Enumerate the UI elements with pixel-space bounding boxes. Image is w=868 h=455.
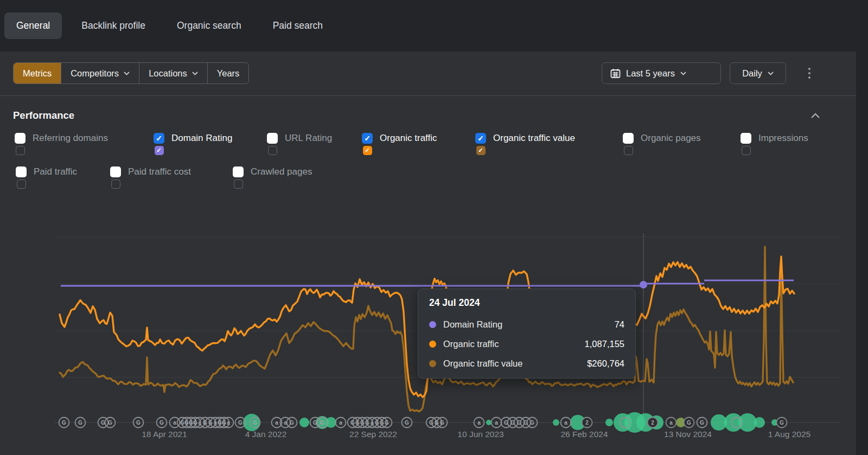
chevron-down-icon <box>124 72 130 75</box>
event-marker-green <box>553 419 559 426</box>
tab-backlink-profile[interactable]: Backlink profile <box>69 12 157 39</box>
x-axis-label: 13 Nov 2024 <box>664 430 712 439</box>
svg-text:a: a <box>227 420 230 426</box>
more-options-button[interactable] <box>804 66 815 81</box>
metric-color-checkbox[interactable] <box>111 180 120 189</box>
event-marker-green <box>486 420 492 425</box>
filter-locations[interactable]: Locations <box>139 63 207 84</box>
metric-domain-rating: ✓Domain Rating✓ <box>154 133 232 155</box>
metric-paid-traffic: Paid traffic <box>16 166 77 189</box>
metric-color-checkbox[interactable] <box>234 180 243 189</box>
metric-color-checkbox[interactable]: ✓ <box>363 146 372 155</box>
metric-label: Organic traffic value <box>493 133 575 144</box>
x-axis-label: 18 Apr 2021 <box>142 430 187 439</box>
metric-crawled-pages: Crawled pages <box>233 166 312 189</box>
tooltip-row: Domain Rating74 <box>429 315 624 334</box>
event-marker-2[interactable]: 2 <box>582 418 592 428</box>
filter-metrics[interactable]: Metrics <box>14 63 61 84</box>
metric-label: Domain Rating <box>171 133 232 144</box>
metric-label: Organic traffic <box>380 133 437 144</box>
metric-organic-traffic-value: ✓Organic traffic value✓ <box>475 133 575 155</box>
series-color-dot <box>429 360 436 367</box>
date-range-label: Last 5 years <box>626 68 675 79</box>
x-axis-label: 4 Jan 2022 <box>245 430 287 439</box>
svg-text:G: G <box>320 420 324 426</box>
metric-checkbox[interactable] <box>233 166 244 177</box>
metric-label: URL Rating <box>285 133 332 144</box>
chart-tooltip: 24 Jul 2024 Domain Rating74Organic traff… <box>418 289 636 379</box>
tooltip-series-label: Domain Rating <box>443 319 615 330</box>
segment-label: Locations <box>149 68 187 79</box>
metric-label: Organic pages <box>641 133 701 144</box>
metric-color-checkbox[interactable] <box>268 146 277 155</box>
event-marker-green <box>754 417 765 428</box>
x-axis-label: 10 Jun 2023 <box>457 430 503 439</box>
metric-color-checkbox[interactable]: ✓ <box>155 146 164 155</box>
metric-color-checkbox[interactable] <box>742 146 751 155</box>
svg-text:G: G <box>290 420 294 426</box>
collapse-section-button[interactable] <box>810 111 820 121</box>
tooltip-row: Organic traffic value$260,764 <box>429 354 624 373</box>
metric-color-checkbox[interactable] <box>16 146 25 155</box>
svg-text:G: G <box>440 420 444 426</box>
metric-color-checkbox[interactable] <box>624 146 633 155</box>
event-marker-a[interactable]: a <box>666 418 676 428</box>
segment-label: Competitors <box>71 68 119 79</box>
granularity-button[interactable]: Daily <box>730 62 786 84</box>
metric-color-checkbox[interactable] <box>17 180 26 189</box>
chevron-down-icon <box>192 72 198 75</box>
svg-text:G: G <box>385 420 389 426</box>
segment-label: Years <box>217 68 240 79</box>
metric-color-checkbox[interactable]: ✓ <box>476 146 486 155</box>
metric-referring-domains: Referring domains <box>15 133 108 155</box>
calendar-icon <box>610 68 621 79</box>
svg-text:a: a <box>339 420 342 426</box>
svg-text:2: 2 <box>585 420 589 426</box>
tooltip-series-value: $260,764 <box>587 358 624 369</box>
metric-checkbox[interactable] <box>623 133 634 144</box>
svg-text:G: G <box>78 420 82 426</box>
metric-checkbox[interactable] <box>267 133 278 144</box>
svg-text:2: 2 <box>651 420 654 426</box>
metric-checkbox[interactable] <box>15 133 25 144</box>
tab-paid-search[interactable]: Paid search <box>261 12 335 39</box>
date-range-button[interactable]: Last 5 years <box>602 62 721 84</box>
metric-checkbox-panel: Referring domains✓Domain Rating✓URL Rati… <box>0 133 856 203</box>
tooltip-series-value: 1,087,155 <box>585 339 624 349</box>
svg-text:G: G <box>780 420 784 426</box>
domain-overview-page: GeneralBacklink profileOrganic searchPai… <box>0 0 868 455</box>
event-marker-2[interactable]: 2 <box>648 418 658 428</box>
event-marker-G[interactable]: G <box>684 418 694 428</box>
metric-label: Paid traffic <box>34 166 77 177</box>
metric-label: Paid traffic cost <box>128 166 191 177</box>
chevron-down-icon <box>680 72 686 75</box>
metric-checkbox[interactable]: ✓ <box>475 133 486 144</box>
svg-text:G: G <box>238 420 242 426</box>
segment-label: Metrics <box>23 68 52 79</box>
x-axis-label: 1 Aug 2025 <box>768 430 810 439</box>
metric-checkbox[interactable] <box>110 166 121 177</box>
filter-competitors[interactable]: Competitors <box>61 63 139 84</box>
metric-checkbox[interactable] <box>16 166 27 177</box>
metric-checkbox[interactable]: ✓ <box>154 133 164 144</box>
tooltip-rows: Domain Rating74Organic traffic1,087,155O… <box>429 315 624 373</box>
tab-general[interactable]: General <box>4 12 62 39</box>
svg-text:a: a <box>564 420 567 426</box>
svg-text:G: G <box>159 420 164 426</box>
metric-checkbox[interactable]: ✓ <box>362 133 373 144</box>
tab-organic-search[interactable]: Organic search <box>165 12 253 39</box>
chevron-up-icon <box>810 113 820 119</box>
metric-label: Impressions <box>758 133 808 144</box>
event-marker-G[interactable]: G <box>777 418 787 428</box>
event-marker-green <box>738 413 757 432</box>
metric-organic-pages: Organic pages <box>623 133 701 155</box>
chevron-down-icon <box>768 72 774 75</box>
filter-years[interactable]: Years <box>207 63 249 84</box>
granularity-label: Daily <box>742 68 762 79</box>
performance-chart[interactable]: GGGGGGaGGGGaGGaGGaGGaaGGGaGGGGaGGGGGGGaa… <box>0 228 856 455</box>
metric-url-rating: URL Rating <box>267 133 332 155</box>
series-color-dot <box>429 341 436 348</box>
series-color-dot <box>429 321 436 328</box>
metric-checkbox[interactable] <box>741 133 751 144</box>
svg-text:G: G <box>700 420 704 426</box>
